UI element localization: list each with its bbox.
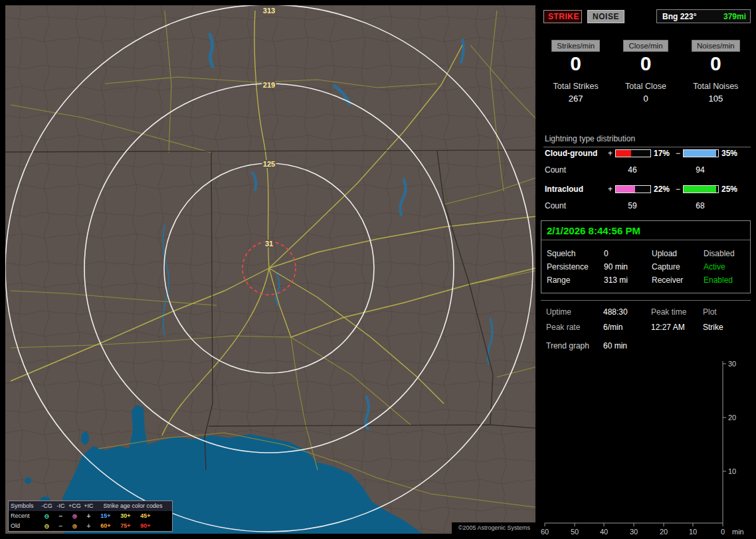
age-30: 30+: [116, 513, 136, 519]
status-panel: STRIKE NOISE Bng 223° 379mi Strikes/min …: [541, 0, 756, 539]
age-75: 75+: [116, 523, 136, 529]
range-ring-label: 31: [265, 240, 273, 248]
stats-row: Peak rate 6/min 12:27 AM Strike: [541, 323, 751, 333]
strikes-per-min-value: 0: [570, 54, 581, 74]
total-close-label: Total Close: [625, 82, 666, 91]
plot-value: Strike: [703, 323, 723, 332]
receiver-value: Enabled: [704, 275, 733, 285]
neg-ic-old-icon: −: [54, 523, 68, 530]
datetime-display: 2/1/2026 8:44:56 PM: [547, 225, 640, 236]
intracloud-row: Intracloud + 22% − 25%: [541, 185, 751, 194]
persistence-value: 90 min: [604, 262, 628, 271]
intracloud-counts: Count 59 68: [541, 201, 751, 210]
ic-minus-bar: [683, 185, 719, 193]
trend-y-tick: 20: [728, 414, 736, 422]
lightning-map[interactable]: 313 219 125 31 Symbols -CG -IC +CG +IC S…: [5, 5, 535, 534]
upload-label: Upload: [652, 249, 677, 258]
cg-minus-bar: [683, 149, 719, 157]
separator: [541, 240, 750, 240]
noises-per-min-chip[interactable]: Noises/min: [692, 40, 740, 52]
legend-symbols-header: Symbols: [11, 503, 40, 509]
ic-plus-count: 59: [615, 201, 650, 210]
trend-x-tick: 10: [689, 528, 697, 536]
peak-rate-label: Peak rate: [546, 323, 580, 332]
range-value: 313 mi: [604, 275, 628, 285]
peak-rate-value: 6/min: [603, 323, 622, 332]
squelch-label: Squelch: [547, 249, 575, 258]
minus-sign: −: [676, 185, 680, 194]
capture-value: Active: [704, 262, 725, 271]
cg-plus-count: 46: [615, 165, 650, 175]
cg-minus-count: 94: [683, 165, 717, 175]
receiver-label: Receiver: [652, 275, 683, 285]
copyright-text: ©2005 Astrogenic Systems: [452, 522, 535, 534]
count-label: Count: [545, 201, 566, 210]
ic-minus-pct: 25%: [721, 185, 737, 194]
pos-cg-old-icon: ⊕: [68, 523, 82, 530]
trend-x-tick: 60: [541, 528, 549, 536]
legend-col-neg-cg: -CG: [40, 503, 54, 509]
strike-indicator-button[interactable]: STRIKE: [543, 10, 582, 23]
plus-sign: +: [608, 149, 613, 158]
noises-per-min-value: 0: [710, 54, 721, 74]
pos-ic-recent-icon: +: [82, 513, 96, 520]
trend-graph-header: Trend graph 60 min: [541, 341, 751, 352]
distance-value: 379mi: [723, 12, 750, 21]
dist-row-name: Intracloud: [545, 185, 583, 194]
minus-sign: −: [676, 149, 680, 158]
noises-counter: Noises/min 0 Total Noises 105: [681, 40, 751, 104]
ic-plus-pct: 22%: [654, 185, 670, 194]
total-noises-value: 105: [708, 94, 723, 104]
age-15: 15+: [96, 513, 116, 519]
nexstorm-window: 313 219 125 31 Symbols -CG -IC +CG +IC S…: [0, 0, 756, 539]
strikes-per-min-chip[interactable]: Strikes/min: [551, 40, 600, 52]
plus-sign: +: [608, 185, 613, 194]
legend-col-neg-ic: -IC: [54, 503, 68, 509]
rate-counters: Strikes/min 0 Total Strikes 267 Close/mi…: [541, 40, 751, 104]
uptime-value: 488:30: [603, 307, 628, 317]
persistence-label: Persistence: [547, 262, 589, 271]
bearing-display: Bng 223° 379mi: [656, 9, 751, 23]
close-per-min-chip[interactable]: Close/min: [623, 40, 668, 52]
trend-x-tick: 20: [660, 528, 668, 536]
squelch-value: 0: [604, 249, 609, 258]
distribution-title: Lightning type distribution: [543, 134, 751, 147]
pos-ic-old-icon: +: [82, 523, 96, 530]
total-strikes-label: Total Strikes: [553, 82, 599, 91]
legend-row-label: Old: [11, 523, 40, 529]
age-60: 60+: [96, 523, 116, 529]
bearing-value: Bng 223°: [657, 12, 696, 21]
trend-graph-label: Trend graph: [546, 341, 589, 350]
total-noises-label: Total Noises: [693, 82, 738, 91]
status-row: Persistence 90 min Capture Active: [541, 262, 750, 273]
close-per-min-value: 0: [640, 54, 652, 74]
age-45: 45+: [136, 513, 155, 519]
upload-value: Disabled: [704, 249, 735, 258]
trend-x-tick: 40: [600, 528, 608, 536]
trend-y-tick: 10: [728, 467, 736, 475]
noise-indicator-button[interactable]: NOISE: [587, 10, 624, 23]
neg-ic-recent-icon: −: [54, 513, 68, 520]
trend-y-tick: 30: [728, 360, 736, 368]
map-legend: Symbols -CG -IC +CG +IC Strike age color…: [8, 501, 173, 532]
cloud-ground-counts: Count 46 94: [541, 165, 751, 175]
total-strikes-value: 267: [569, 94, 583, 104]
peak-time-label: Peak time: [651, 307, 686, 317]
total-close-value: 0: [643, 94, 648, 104]
legend-col-pos-cg: +CG: [68, 503, 82, 509]
map-canvas[interactable]: 313 219 125 31: [5, 5, 535, 534]
trend-x-tick: 0: [721, 528, 725, 536]
dist-row-name: Cloud-ground: [545, 149, 597, 158]
stats-row: Uptime 488:30 Peak time Plot: [541, 307, 751, 318]
status-row: Range 313 mi Receiver Enabled: [541, 275, 750, 286]
range-ring-label: 125: [263, 160, 275, 168]
ic-minus-count: 68: [683, 201, 717, 210]
count-label: Count: [545, 165, 566, 175]
uptime-label: Uptime: [546, 307, 571, 317]
cg-plus-pct: 17%: [654, 149, 670, 158]
strikes-counter: Strikes/min 0 Total Strikes 267: [541, 40, 611, 104]
neg-cg-old-icon: ⊖: [40, 523, 54, 530]
pos-cg-recent-icon: ⊕: [68, 513, 82, 520]
trend-graph-window: 60 min: [603, 341, 627, 350]
range-label: Range: [547, 275, 570, 285]
